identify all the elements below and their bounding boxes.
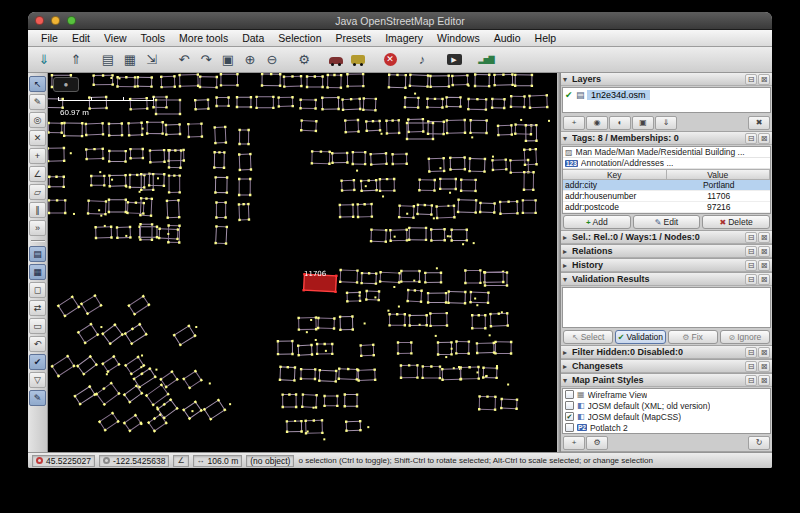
zoom-tool[interactable]: ◎ bbox=[29, 112, 46, 128]
menu-selection[interactable]: Selection bbox=[271, 32, 328, 44]
sticky-icon[interactable]: ⊟ bbox=[745, 232, 757, 243]
fix-button[interactable]: ⚙Fix bbox=[668, 330, 718, 344]
select-tool[interactable]: ↖ bbox=[29, 76, 46, 92]
sticky-icon[interactable]: ⊟ bbox=[745, 133, 757, 144]
preferences-button[interactable]: ⚙ bbox=[293, 49, 315, 71]
collapse-icon[interactable]: ▸ bbox=[563, 247, 572, 256]
close-icon[interactable]: ⊠ bbox=[758, 260, 770, 271]
preset-row-addresses[interactable]: 123 Annotation/Addresses ... bbox=[563, 158, 770, 169]
close-icon[interactable]: ⊠ bbox=[758, 246, 770, 257]
layers-toggle[interactable]: ▤ bbox=[29, 246, 46, 262]
sticky-icon[interactable]: ⊟ bbox=[745, 375, 757, 386]
menu-more-tools[interactable]: More tools bbox=[172, 32, 235, 44]
map-view[interactable]: ● 60.97 m bbox=[48, 73, 557, 452]
filter-toggle[interactable]: ▽ bbox=[29, 372, 46, 388]
layers-header[interactable]: ▾ Layers ⊟ ⊠ bbox=[561, 73, 772, 86]
close-icon[interactable]: ⊠ bbox=[758, 232, 770, 243]
style-checkbox[interactable] bbox=[565, 423, 574, 432]
close-icon[interactable]: ⊠ bbox=[758, 133, 770, 144]
close-icon[interactable]: ⊠ bbox=[758, 347, 770, 358]
style-checkbox[interactable]: ✔ bbox=[565, 412, 574, 421]
edit-tag-button[interactable]: ✎ Edit bbox=[633, 215, 701, 229]
show-hide-layer-button[interactable]: ◉ bbox=[586, 116, 608, 130]
upload-button[interactable]: ⇑ bbox=[65, 49, 87, 71]
extrude-tool[interactable]: ▱ bbox=[29, 184, 46, 200]
minimap-toggle[interactable]: ▭ bbox=[29, 318, 46, 334]
sticky-icon[interactable]: ⊟ bbox=[745, 361, 757, 372]
delete-tool[interactable]: ✕ bbox=[29, 130, 46, 146]
preset-row-building[interactable]: ▨ Man Made/Man Made/Residential Building… bbox=[563, 147, 770, 158]
collapse-icon[interactable]: ▾ bbox=[563, 275, 572, 284]
collapse-icon[interactable]: ▾ bbox=[563, 376, 572, 385]
ignore-button[interactable]: ⊘Ignore bbox=[720, 330, 770, 344]
zoom-out-button[interactable]: ⊖ bbox=[261, 49, 283, 71]
layer-row[interactable]: ✔ ▤ 1n2e34d.osm bbox=[563, 88, 770, 102]
parallel-tool[interactable]: ∥ bbox=[29, 202, 46, 218]
collapse-icon[interactable]: ▸ bbox=[563, 261, 572, 270]
close-icon[interactable]: ⊠ bbox=[758, 74, 770, 85]
history-toggle[interactable]: ↶ bbox=[29, 336, 46, 352]
value-column-header[interactable]: Value bbox=[667, 169, 771, 180]
style-row[interactable]: P2Potlatch 2 bbox=[563, 422, 770, 433]
draw-node-tool[interactable]: ✎ bbox=[29, 94, 46, 110]
undo-button[interactable]: ↶ bbox=[173, 49, 195, 71]
menu-view[interactable]: View bbox=[97, 32, 134, 44]
bus-button[interactable] bbox=[347, 49, 369, 71]
improve-accuracy-tool[interactable]: + bbox=[29, 148, 46, 164]
style-settings-button[interactable]: ⚙ bbox=[586, 436, 608, 450]
tags-header[interactable]: ▾ Tags: 8 / Memberships: 0 ⊟ ⊠ bbox=[561, 132, 772, 145]
movie-button[interactable]: ▶ bbox=[443, 49, 465, 71]
zoom-in-button[interactable]: ⊕ bbox=[239, 49, 261, 71]
menu-imagery[interactable]: Imagery bbox=[378, 32, 430, 44]
merge-layer-button[interactable]: ⇓ bbox=[655, 116, 677, 130]
collapse-icon[interactable]: ▸ bbox=[563, 233, 572, 242]
sticky-icon[interactable]: ⊟ bbox=[745, 74, 757, 85]
sticky-icon[interactable]: ⊟ bbox=[745, 260, 757, 271]
properties-toggle[interactable]: ▦ bbox=[29, 264, 46, 280]
style-row[interactable]: ◧JOSM default (XML; old version) bbox=[563, 400, 770, 411]
map-scroller-widget[interactable]: ● bbox=[53, 77, 79, 92]
close-icon[interactable]: ⊠ bbox=[758, 274, 770, 285]
history-header[interactable]: ▸ History ⊟ ⊠ bbox=[561, 259, 772, 272]
delete-layer-button[interactable]: ✖ bbox=[748, 116, 770, 130]
map-paint-styles-header[interactable]: ▾ Map Paint Styles ⊟ ⊠ bbox=[561, 374, 772, 387]
validation-toggle[interactable]: ✔ bbox=[29, 354, 46, 370]
key-column-header[interactable]: Key bbox=[563, 169, 667, 180]
validation-button[interactable]: ✔Validation bbox=[615, 330, 665, 344]
copy-button[interactable]: ▣ bbox=[217, 49, 239, 71]
style-row[interactable]: ▦Wireframe View bbox=[563, 389, 770, 400]
update-styles-button[interactable]: ↻ bbox=[748, 436, 770, 450]
menu-help[interactable]: Help bbox=[528, 32, 564, 44]
layer-name[interactable]: 1n2e34d.osm bbox=[587, 90, 650, 100]
selection-header[interactable]: ▸ Sel.: Rel.:0 / Ways:1 / Nodes:0 ⊟ ⊠ bbox=[561, 231, 772, 244]
delete-tag-button[interactable]: ✖ Delete bbox=[702, 215, 770, 229]
menu-data[interactable]: Data bbox=[235, 32, 271, 44]
changesets-header[interactable]: ▸ Changesets ⊟ ⊠ bbox=[561, 360, 772, 373]
close-icon[interactable]: ⊠ bbox=[758, 361, 770, 372]
add-style-button[interactable]: + bbox=[563, 436, 585, 450]
mappaint-toggle[interactable]: ✎ bbox=[29, 390, 46, 406]
relations-header[interactable]: ▸ Relations ⊟ ⊠ bbox=[561, 245, 772, 258]
download-button[interactable]: ⇓ bbox=[33, 49, 55, 71]
add-layer-button[interactable]: + bbox=[563, 116, 585, 130]
tag-row[interactable]: addr:housenumber11706 bbox=[563, 191, 770, 202]
selection-toggle[interactable]: ◻ bbox=[29, 282, 46, 298]
add-tag-button[interactable]: + Add bbox=[563, 215, 631, 229]
close-icon[interactable]: ⊠ bbox=[758, 375, 770, 386]
car-button[interactable] bbox=[325, 49, 347, 71]
duplicate-layer-button[interactable]: ▣ bbox=[632, 116, 654, 130]
more-tools[interactable]: » bbox=[29, 220, 46, 236]
collapse-icon[interactable]: ▸ bbox=[563, 348, 572, 357]
style-checkbox[interactable] bbox=[565, 401, 574, 410]
validation-header[interactable]: ▾ Validation Results ⊟ ⊠ bbox=[561, 273, 772, 286]
filter-header[interactable]: ▸ Filter Hidden:0 Disabled:0 ⊟ ⊠ bbox=[561, 346, 772, 359]
save-button[interactable]: ▦ bbox=[119, 49, 141, 71]
collapse-icon[interactable]: ▾ bbox=[563, 75, 572, 84]
sticky-icon[interactable]: ⊟ bbox=[745, 347, 757, 358]
menu-audio[interactable]: Audio bbox=[487, 32, 528, 44]
style-row[interactable]: ✔◧JOSM default (MapCSS) bbox=[563, 411, 770, 422]
redo-button[interactable]: ↷ bbox=[195, 49, 217, 71]
layer-opacity-button[interactable]: ◐ bbox=[609, 116, 631, 130]
open-button[interactable]: ▤ bbox=[97, 49, 119, 71]
cancel-button[interactable]: ✕ bbox=[379, 49, 401, 71]
